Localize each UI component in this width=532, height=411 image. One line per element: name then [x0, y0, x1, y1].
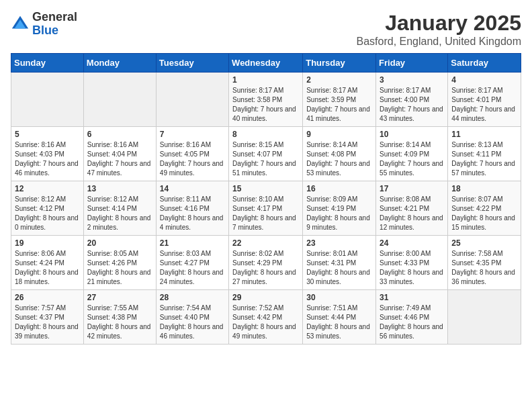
day-info: Sunrise: 8:17 AMSunset: 3:59 PMDaylight:… [306, 86, 372, 124]
table-row: 8 Sunrise: 8:15 AMSunset: 4:07 PMDayligh… [229, 127, 303, 181]
day-number: 9 [306, 130, 372, 139]
table-row: 24 Sunrise: 8:00 AMSunset: 4:33 PMDaylig… [376, 236, 448, 290]
day-number: 5 [15, 130, 80, 139]
day-info: Sunrise: 8:17 AMSunset: 3:58 PMDaylight:… [232, 86, 299, 124]
day-number: 16 [306, 184, 372, 193]
calendar-week-row: 26 Sunrise: 7:57 AMSunset: 4:37 PMDaylig… [11, 290, 521, 345]
logo: General Blue [11, 11, 77, 38]
page-header: General Blue January 2025 Basford, Engla… [11, 11, 521, 48]
table-row [448, 290, 521, 345]
calendar-table: Sunday Monday Tuesday Wednesday Thursday… [11, 53, 521, 345]
table-row: 1 Sunrise: 8:17 AMSunset: 3:58 PMDayligh… [229, 73, 303, 127]
day-info: Sunrise: 8:08 AMSunset: 4:21 PMDaylight:… [380, 195, 444, 232]
day-info: Sunrise: 8:09 AMSunset: 4:19 PMDaylight:… [306, 195, 372, 232]
table-row [83, 73, 156, 127]
day-number: 10 [380, 130, 444, 139]
calendar-week-row: 12 Sunrise: 8:12 AMSunset: 4:12 PMDaylig… [11, 181, 521, 236]
table-row: 13 Sunrise: 8:12 AMSunset: 4:14 PMDaylig… [83, 181, 156, 236]
day-info: Sunrise: 8:00 AMSunset: 4:33 PMDaylight:… [380, 249, 444, 287]
table-row: 23 Sunrise: 8:01 AMSunset: 4:31 PMDaylig… [303, 236, 376, 290]
table-row: 2 Sunrise: 8:17 AMSunset: 3:59 PMDayligh… [303, 73, 376, 127]
day-info: Sunrise: 8:12 AMSunset: 4:14 PMDaylight:… [87, 195, 152, 232]
day-info: Sunrise: 8:10 AMSunset: 4:17 PMDaylight:… [232, 195, 299, 232]
table-row: 17 Sunrise: 8:08 AMSunset: 4:21 PMDaylig… [376, 181, 448, 236]
weekday-header-row: Sunday Monday Tuesday Wednesday Thursday… [11, 54, 521, 73]
calendar-title: January 2025 [357, 11, 521, 36]
table-row: 30 Sunrise: 7:51 AMSunset: 4:44 PMDaylig… [303, 290, 376, 345]
day-info: Sunrise: 8:16 AMSunset: 4:05 PMDaylight:… [160, 140, 225, 178]
table-row: 25 Sunrise: 7:58 AMSunset: 4:35 PMDaylig… [448, 236, 521, 290]
day-info: Sunrise: 8:05 AMSunset: 4:26 PMDaylight:… [87, 249, 152, 287]
day-info: Sunrise: 8:14 AMSunset: 4:09 PMDaylight:… [380, 140, 444, 178]
day-info: Sunrise: 7:58 AMSunset: 4:35 PMDaylight:… [451, 249, 517, 287]
day-info: Sunrise: 8:02 AMSunset: 4:29 PMDaylight:… [232, 249, 299, 287]
day-info: Sunrise: 8:13 AMSunset: 4:11 PMDaylight:… [451, 140, 517, 178]
table-row: 22 Sunrise: 8:02 AMSunset: 4:29 PMDaylig… [229, 236, 303, 290]
day-number: 26 [15, 293, 80, 302]
day-info: Sunrise: 8:01 AMSunset: 4:31 PMDaylight:… [306, 249, 372, 287]
table-row: 20 Sunrise: 8:05 AMSunset: 4:26 PMDaylig… [83, 236, 156, 290]
day-number: 2 [306, 75, 372, 85]
header-thursday: Thursday [303, 54, 376, 73]
day-number: 12 [15, 184, 80, 193]
day-info: Sunrise: 8:14 AMSunset: 4:08 PMDaylight:… [306, 140, 372, 178]
table-row: 26 Sunrise: 7:57 AMSunset: 4:37 PMDaylig… [11, 290, 84, 345]
day-number: 7 [160, 130, 225, 139]
table-row: 19 Sunrise: 8:06 AMSunset: 4:24 PMDaylig… [11, 236, 84, 290]
day-number: 19 [15, 238, 80, 248]
title-block: January 2025 Basford, England, United Ki… [357, 11, 521, 48]
day-number: 14 [160, 184, 225, 193]
header-wednesday: Wednesday [229, 54, 303, 73]
day-number: 17 [380, 184, 444, 193]
day-info: Sunrise: 7:49 AMSunset: 4:46 PMDaylight:… [380, 304, 444, 341]
day-number: 25 [451, 238, 517, 248]
day-number: 13 [87, 184, 152, 193]
day-number: 22 [232, 238, 299, 248]
day-number: 29 [232, 293, 299, 302]
calendar-week-row: 5 Sunrise: 8:16 AMSunset: 4:03 PMDayligh… [11, 127, 521, 181]
table-row [156, 73, 228, 127]
table-row [11, 73, 84, 127]
day-info: Sunrise: 8:16 AMSunset: 4:03 PMDaylight:… [15, 140, 80, 178]
logo-text: General Blue [32, 11, 77, 38]
table-row: 3 Sunrise: 8:17 AMSunset: 4:00 PMDayligh… [376, 73, 448, 127]
day-info: Sunrise: 7:55 AMSunset: 4:38 PMDaylight:… [87, 304, 152, 341]
day-info: Sunrise: 7:54 AMSunset: 4:40 PMDaylight:… [160, 304, 225, 341]
header-tuesday: Tuesday [156, 54, 228, 73]
day-number: 6 [87, 130, 152, 139]
header-saturday: Saturday [448, 54, 521, 73]
header-friday: Friday [376, 54, 448, 73]
day-info: Sunrise: 8:11 AMSunset: 4:16 PMDaylight:… [160, 195, 225, 232]
table-row: 27 Sunrise: 7:55 AMSunset: 4:38 PMDaylig… [83, 290, 156, 345]
table-row: 31 Sunrise: 7:49 AMSunset: 4:46 PMDaylig… [376, 290, 448, 345]
day-info: Sunrise: 8:16 AMSunset: 4:04 PMDaylight:… [87, 140, 152, 178]
table-row: 7 Sunrise: 8:16 AMSunset: 4:05 PMDayligh… [156, 127, 228, 181]
table-row: 6 Sunrise: 8:16 AMSunset: 4:04 PMDayligh… [83, 127, 156, 181]
day-number: 27 [87, 293, 152, 302]
header-monday: Monday [83, 54, 156, 73]
day-number: 11 [451, 130, 517, 139]
day-number: 31 [380, 293, 444, 302]
day-info: Sunrise: 8:06 AMSunset: 4:24 PMDaylight:… [15, 249, 80, 287]
day-info: Sunrise: 8:03 AMSunset: 4:27 PMDaylight:… [160, 249, 225, 287]
header-sunday: Sunday [11, 54, 84, 73]
calendar-week-row: 1 Sunrise: 8:17 AMSunset: 3:58 PMDayligh… [11, 73, 521, 127]
day-info: Sunrise: 8:12 AMSunset: 4:12 PMDaylight:… [15, 195, 80, 232]
day-number: 15 [232, 184, 299, 193]
logo-general-text: General [32, 11, 77, 24]
day-info: Sunrise: 8:17 AMSunset: 4:00 PMDaylight:… [380, 86, 444, 124]
day-number: 21 [160, 238, 225, 248]
table-row: 28 Sunrise: 7:54 AMSunset: 4:40 PMDaylig… [156, 290, 228, 345]
day-number: 28 [160, 293, 225, 302]
table-row: 4 Sunrise: 8:17 AMSunset: 4:01 PMDayligh… [448, 73, 521, 127]
day-number: 3 [380, 75, 444, 85]
day-number: 24 [380, 238, 444, 248]
calendar-location: Basford, England, United Kingdom [357, 36, 521, 48]
table-row: 18 Sunrise: 8:07 AMSunset: 4:22 PMDaylig… [448, 181, 521, 236]
table-row: 29 Sunrise: 7:52 AMSunset: 4:42 PMDaylig… [229, 290, 303, 345]
day-number: 23 [306, 238, 372, 248]
table-row: 14 Sunrise: 8:11 AMSunset: 4:16 PMDaylig… [156, 181, 228, 236]
table-row: 5 Sunrise: 8:16 AMSunset: 4:03 PMDayligh… [11, 127, 84, 181]
day-info: Sunrise: 8:15 AMSunset: 4:07 PMDaylight:… [232, 140, 299, 178]
day-info: Sunrise: 8:17 AMSunset: 4:01 PMDaylight:… [451, 86, 517, 124]
